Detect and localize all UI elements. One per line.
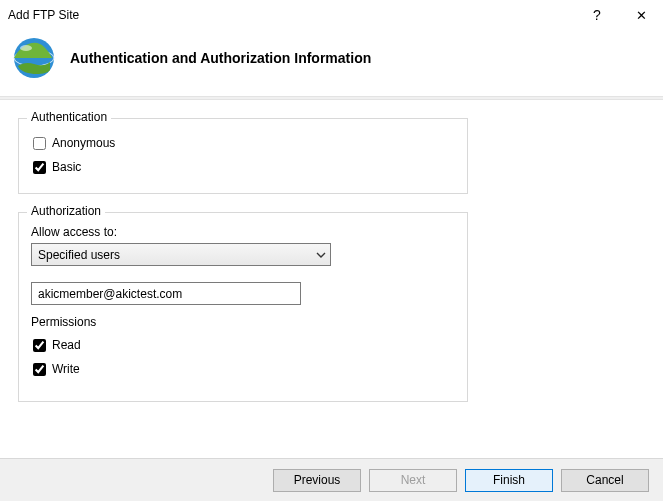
globe-icon [12, 36, 56, 80]
anonymous-label: Anonymous [52, 136, 115, 150]
authorization-group: Authorization Allow access to: Specified… [18, 212, 468, 402]
help-icon: ? [593, 7, 601, 23]
anonymous-checkbox[interactable] [33, 137, 46, 150]
wizard-content: Authentication Anonymous Basic Authoriza… [0, 100, 663, 432]
close-icon: ✕ [636, 8, 647, 23]
title-bar: Add FTP Site ? ✕ [0, 0, 663, 30]
previous-button[interactable]: Previous [273, 469, 361, 492]
users-input[interactable] [31, 282, 301, 305]
read-checkbox[interactable] [33, 339, 46, 352]
help-button[interactable]: ? [575, 0, 619, 30]
chevron-down-icon [316, 250, 326, 260]
basic-checkbox[interactable] [33, 161, 46, 174]
write-label: Write [52, 362, 80, 376]
close-button[interactable]: ✕ [619, 0, 663, 30]
permissions-label: Permissions [31, 315, 455, 329]
finish-button[interactable]: Finish [465, 469, 553, 492]
authentication-group-label: Authentication [27, 110, 111, 124]
page-title: Authentication and Authorization Informa… [70, 50, 371, 66]
write-checkbox[interactable] [33, 363, 46, 376]
authentication-group: Authentication Anonymous Basic [18, 118, 468, 194]
svg-point-2 [20, 45, 32, 51]
window-title: Add FTP Site [8, 8, 575, 22]
allow-access-selected: Specified users [38, 248, 120, 262]
read-label: Read [52, 338, 81, 352]
authorization-group-label: Authorization [27, 204, 105, 218]
next-button: Next [369, 469, 457, 492]
basic-label: Basic [52, 160, 81, 174]
wizard-footer: Previous Next Finish Cancel [0, 458, 663, 501]
allow-access-label: Allow access to: [31, 225, 455, 239]
allow-access-dropdown[interactable]: Specified users [31, 243, 331, 266]
wizard-header: Authentication and Authorization Informa… [0, 30, 663, 96]
cancel-button[interactable]: Cancel [561, 469, 649, 492]
